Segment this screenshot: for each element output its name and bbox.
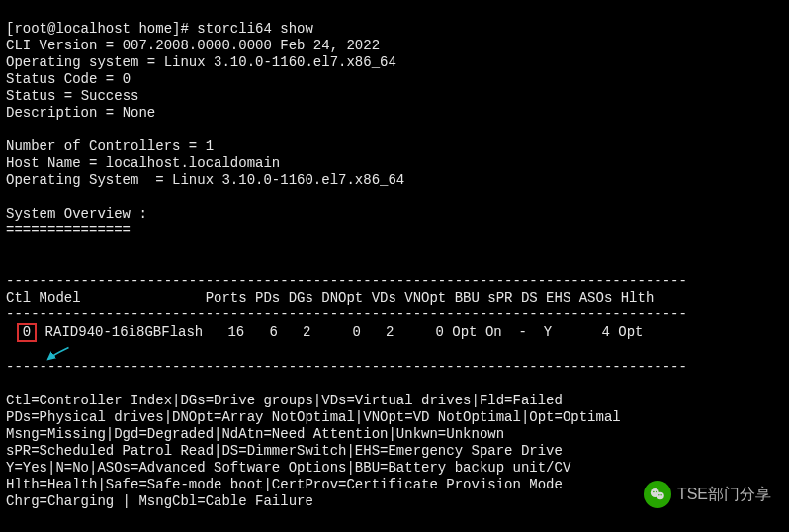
svg-point-1	[657, 492, 664, 500]
legend-line: Hlth=Health|Safe=Safe-mode boot|CertProv…	[6, 477, 563, 492]
command-text: storcli64 show	[197, 21, 313, 37]
legend-line: Y=Yes|N=No|ASOs=Advanced Software Option…	[6, 460, 570, 476]
watermark: TSE部门分享	[644, 481, 771, 508]
host-value: localhost.localdomain	[106, 155, 280, 171]
ctl-index-highlight: 0	[17, 323, 37, 342]
status-code-value: 0	[123, 71, 131, 87]
table-separator-mid: ----------------------------------------…	[6, 307, 687, 322]
os-value: Linux 3.10.0-1160.el7.x86_64	[164, 54, 396, 70]
table-separator-bottom: ----------------------------------------…	[6, 359, 687, 375]
legend-line: Ctl=Controller Index|DGs=Drive groups|VD…	[6, 393, 563, 408]
controllers-value: 1	[206, 138, 214, 154]
table-header: Ctl Model Ports PDs DGs DNOpt VDs VNOpt …	[6, 290, 654, 306]
svg-point-5	[660, 494, 661, 495]
status-code-label: Status Code =	[6, 71, 123, 87]
wechat-icon	[644, 481, 671, 508]
svg-point-2	[653, 491, 655, 493]
terminal-output: [root@localhost home]# storcli64 show CL…	[0, 0, 789, 514]
table-separator-top: ----------------------------------------…	[6, 273, 687, 289]
legend-line: sPR=Scheduled Patrol Read|DS=DimmerSwitc…	[6, 443, 563, 459]
os2-label: Operating System =	[6, 172, 172, 188]
controllers-label: Number of Controllers =	[6, 138, 206, 154]
cli-version-value: 007.2008.0000.0000 Feb 24, 2022	[123, 38, 380, 53]
overview-title: System Overview :	[6, 206, 147, 222]
os-label: Operating system =	[6, 54, 164, 70]
status-label: Status =	[6, 88, 81, 104]
table-row: 0 RAID940-16i8GBFlash 16 6 2 0 2 0 Opt O…	[6, 323, 783, 342]
cli-version-label: CLI Version =	[6, 38, 123, 53]
os2-value: Linux 3.10.0-1160.el7.x86_64	[172, 172, 404, 188]
legend-line: Chrg=Charging | MsngCbl=Cable Failure	[6, 493, 313, 509]
shell-prompt: [root@localhost home]#	[6, 21, 197, 37]
watermark-text: TSE部门分享	[677, 485, 771, 505]
overview-underline: ===============	[6, 222, 131, 238]
host-label: Host Name =	[6, 155, 106, 171]
legend-line: PDs=Physical drives|DNOpt=Array NotOptim…	[6, 409, 621, 425]
svg-point-3	[656, 491, 658, 493]
legend-line: Msng=Missing|Dgd=Degraded|NdAtn=Need Att…	[6, 426, 504, 442]
description-label: Description =	[6, 105, 123, 121]
svg-point-4	[658, 494, 659, 495]
description-value: None	[123, 105, 156, 121]
status-value: Success	[81, 88, 139, 104]
table-row-rest: RAID940-16i8GBFlash 16 6 2 0 2 0 Opt On …	[37, 324, 643, 340]
